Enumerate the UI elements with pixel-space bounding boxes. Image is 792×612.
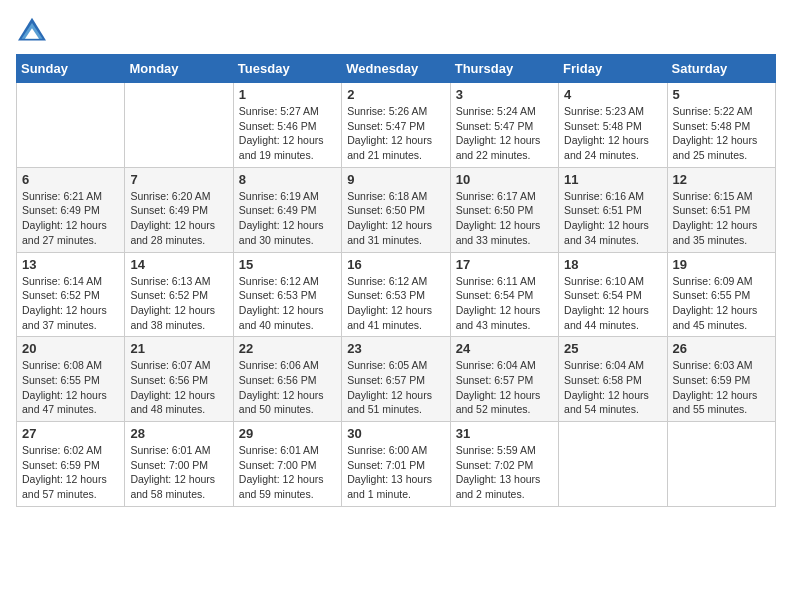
calendar-cell: 31Sunrise: 5:59 AM Sunset: 7:02 PM Dayli… — [450, 422, 558, 507]
day-number: 11 — [564, 172, 661, 187]
day-info: Sunrise: 6:17 AM Sunset: 6:50 PM Dayligh… — [456, 189, 553, 248]
day-number: 9 — [347, 172, 444, 187]
weekday-header-saturday: Saturday — [667, 55, 775, 83]
calendar-cell: 13Sunrise: 6:14 AM Sunset: 6:52 PM Dayli… — [17, 252, 125, 337]
day-info: Sunrise: 6:00 AM Sunset: 7:01 PM Dayligh… — [347, 443, 444, 502]
calendar-cell — [559, 422, 667, 507]
day-number: 28 — [130, 426, 227, 441]
weekday-header-friday: Friday — [559, 55, 667, 83]
calendar-cell — [17, 83, 125, 168]
day-info: Sunrise: 6:08 AM Sunset: 6:55 PM Dayligh… — [22, 358, 119, 417]
day-info: Sunrise: 6:18 AM Sunset: 6:50 PM Dayligh… — [347, 189, 444, 248]
day-number: 3 — [456, 87, 553, 102]
day-number: 18 — [564, 257, 661, 272]
day-number: 8 — [239, 172, 336, 187]
calendar-cell: 6Sunrise: 6:21 AM Sunset: 6:49 PM Daylig… — [17, 167, 125, 252]
calendar-week-5: 27Sunrise: 6:02 AM Sunset: 6:59 PM Dayli… — [17, 422, 776, 507]
day-info: Sunrise: 6:12 AM Sunset: 6:53 PM Dayligh… — [347, 274, 444, 333]
day-info: Sunrise: 6:04 AM Sunset: 6:57 PM Dayligh… — [456, 358, 553, 417]
day-number: 24 — [456, 341, 553, 356]
day-info: Sunrise: 5:27 AM Sunset: 5:46 PM Dayligh… — [239, 104, 336, 163]
calendar-cell: 10Sunrise: 6:17 AM Sunset: 6:50 PM Dayli… — [450, 167, 558, 252]
day-info: Sunrise: 6:06 AM Sunset: 6:56 PM Dayligh… — [239, 358, 336, 417]
day-number: 22 — [239, 341, 336, 356]
day-number: 16 — [347, 257, 444, 272]
calendar-cell: 29Sunrise: 6:01 AM Sunset: 7:00 PM Dayli… — [233, 422, 341, 507]
day-number: 20 — [22, 341, 119, 356]
calendar-cell: 22Sunrise: 6:06 AM Sunset: 6:56 PM Dayli… — [233, 337, 341, 422]
day-info: Sunrise: 6:07 AM Sunset: 6:56 PM Dayligh… — [130, 358, 227, 417]
day-number: 25 — [564, 341, 661, 356]
calendar-cell: 23Sunrise: 6:05 AM Sunset: 6:57 PM Dayli… — [342, 337, 450, 422]
day-number: 26 — [673, 341, 770, 356]
day-info: Sunrise: 6:05 AM Sunset: 6:57 PM Dayligh… — [347, 358, 444, 417]
calendar-cell: 27Sunrise: 6:02 AM Sunset: 6:59 PM Dayli… — [17, 422, 125, 507]
day-info: Sunrise: 5:24 AM Sunset: 5:47 PM Dayligh… — [456, 104, 553, 163]
day-number: 29 — [239, 426, 336, 441]
calendar-cell: 19Sunrise: 6:09 AM Sunset: 6:55 PM Dayli… — [667, 252, 775, 337]
day-info: Sunrise: 5:23 AM Sunset: 5:48 PM Dayligh… — [564, 104, 661, 163]
day-number: 21 — [130, 341, 227, 356]
day-number: 30 — [347, 426, 444, 441]
calendar-cell: 21Sunrise: 6:07 AM Sunset: 6:56 PM Dayli… — [125, 337, 233, 422]
calendar-week-3: 13Sunrise: 6:14 AM Sunset: 6:52 PM Dayli… — [17, 252, 776, 337]
weekday-header-thursday: Thursday — [450, 55, 558, 83]
day-info: Sunrise: 5:22 AM Sunset: 5:48 PM Dayligh… — [673, 104, 770, 163]
weekday-header-monday: Monday — [125, 55, 233, 83]
calendar-cell: 25Sunrise: 6:04 AM Sunset: 6:58 PM Dayli… — [559, 337, 667, 422]
calendar-cell: 28Sunrise: 6:01 AM Sunset: 7:00 PM Dayli… — [125, 422, 233, 507]
day-number: 13 — [22, 257, 119, 272]
day-number: 6 — [22, 172, 119, 187]
day-number: 7 — [130, 172, 227, 187]
day-number: 15 — [239, 257, 336, 272]
day-info: Sunrise: 6:11 AM Sunset: 6:54 PM Dayligh… — [456, 274, 553, 333]
day-info: Sunrise: 6:14 AM Sunset: 6:52 PM Dayligh… — [22, 274, 119, 333]
calendar-cell: 15Sunrise: 6:12 AM Sunset: 6:53 PM Dayli… — [233, 252, 341, 337]
day-info: Sunrise: 6:12 AM Sunset: 6:53 PM Dayligh… — [239, 274, 336, 333]
day-info: Sunrise: 6:09 AM Sunset: 6:55 PM Dayligh… — [673, 274, 770, 333]
page-header — [16, 16, 776, 44]
day-info: Sunrise: 6:15 AM Sunset: 6:51 PM Dayligh… — [673, 189, 770, 248]
weekday-header-tuesday: Tuesday — [233, 55, 341, 83]
calendar-table: SundayMondayTuesdayWednesdayThursdayFrid… — [16, 54, 776, 507]
calendar-cell: 8Sunrise: 6:19 AM Sunset: 6:49 PM Daylig… — [233, 167, 341, 252]
day-info: Sunrise: 6:04 AM Sunset: 6:58 PM Dayligh… — [564, 358, 661, 417]
day-info: Sunrise: 5:26 AM Sunset: 5:47 PM Dayligh… — [347, 104, 444, 163]
calendar-cell: 30Sunrise: 6:00 AM Sunset: 7:01 PM Dayli… — [342, 422, 450, 507]
calendar-cell: 9Sunrise: 6:18 AM Sunset: 6:50 PM Daylig… — [342, 167, 450, 252]
day-number: 10 — [456, 172, 553, 187]
calendar-week-1: 1Sunrise: 5:27 AM Sunset: 5:46 PM Daylig… — [17, 83, 776, 168]
day-info: Sunrise: 6:16 AM Sunset: 6:51 PM Dayligh… — [564, 189, 661, 248]
day-number: 12 — [673, 172, 770, 187]
calendar-cell: 20Sunrise: 6:08 AM Sunset: 6:55 PM Dayli… — [17, 337, 125, 422]
logo — [16, 16, 52, 44]
calendar-cell: 2Sunrise: 5:26 AM Sunset: 5:47 PM Daylig… — [342, 83, 450, 168]
logo-icon — [16, 16, 48, 44]
calendar-cell: 5Sunrise: 5:22 AM Sunset: 5:48 PM Daylig… — [667, 83, 775, 168]
calendar-cell: 1Sunrise: 5:27 AM Sunset: 5:46 PM Daylig… — [233, 83, 341, 168]
day-info: Sunrise: 6:01 AM Sunset: 7:00 PM Dayligh… — [130, 443, 227, 502]
calendar-cell: 18Sunrise: 6:10 AM Sunset: 6:54 PM Dayli… — [559, 252, 667, 337]
day-number: 4 — [564, 87, 661, 102]
calendar-cell: 24Sunrise: 6:04 AM Sunset: 6:57 PM Dayli… — [450, 337, 558, 422]
day-info: Sunrise: 5:59 AM Sunset: 7:02 PM Dayligh… — [456, 443, 553, 502]
day-number: 23 — [347, 341, 444, 356]
day-info: Sunrise: 6:19 AM Sunset: 6:49 PM Dayligh… — [239, 189, 336, 248]
day-number: 1 — [239, 87, 336, 102]
day-number: 2 — [347, 87, 444, 102]
calendar-cell: 4Sunrise: 5:23 AM Sunset: 5:48 PM Daylig… — [559, 83, 667, 168]
calendar-cell: 14Sunrise: 6:13 AM Sunset: 6:52 PM Dayli… — [125, 252, 233, 337]
calendar-cell: 12Sunrise: 6:15 AM Sunset: 6:51 PM Dayli… — [667, 167, 775, 252]
calendar-cell — [667, 422, 775, 507]
day-number: 31 — [456, 426, 553, 441]
day-info: Sunrise: 6:03 AM Sunset: 6:59 PM Dayligh… — [673, 358, 770, 417]
calendar-cell: 11Sunrise: 6:16 AM Sunset: 6:51 PM Dayli… — [559, 167, 667, 252]
day-info: Sunrise: 6:21 AM Sunset: 6:49 PM Dayligh… — [22, 189, 119, 248]
day-number: 19 — [673, 257, 770, 272]
weekday-header-wednesday: Wednesday — [342, 55, 450, 83]
calendar-cell — [125, 83, 233, 168]
day-number: 14 — [130, 257, 227, 272]
weekday-header-sunday: Sunday — [17, 55, 125, 83]
day-info: Sunrise: 6:02 AM Sunset: 6:59 PM Dayligh… — [22, 443, 119, 502]
day-info: Sunrise: 6:10 AM Sunset: 6:54 PM Dayligh… — [564, 274, 661, 333]
